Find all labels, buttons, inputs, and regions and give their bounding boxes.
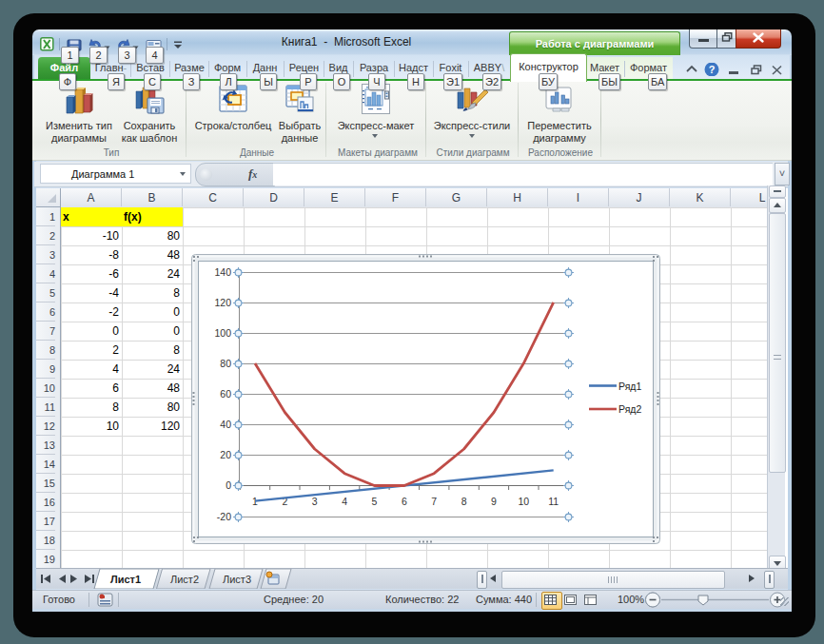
svg-text:10: 10 — [518, 496, 529, 507]
svg-text:9: 9 — [491, 496, 497, 507]
svg-text:3: 3 — [312, 496, 318, 507]
svg-text:Лист2: Лист2 — [170, 574, 199, 585]
svg-text:-20: -20 — [217, 511, 231, 522]
svg-text:?: ? — [709, 64, 716, 75]
svg-text:120: 120 — [214, 297, 231, 308]
svg-text:40: 40 — [220, 419, 231, 430]
svg-text:0: 0 — [226, 479, 231, 491]
svg-text:60: 60 — [220, 388, 231, 400]
svg-text:5: 5 — [372, 496, 378, 507]
svg-text:20: 20 — [220, 449, 231, 460]
svg-text:11: 11 — [548, 496, 559, 507]
svg-text:100: 100 — [214, 327, 231, 339]
svg-text:6: 6 — [402, 496, 407, 507]
svg-text:4: 4 — [342, 496, 347, 507]
svg-text:8: 8 — [461, 496, 467, 507]
svg-text:Ряд2: Ряд2 — [618, 403, 641, 415]
svg-text:7: 7 — [431, 496, 437, 507]
svg-text:Ряд1: Ряд1 — [618, 381, 641, 392]
svg-text:Лист3: Лист3 — [223, 574, 251, 585]
svg-text:Лист1: Лист1 — [110, 574, 141, 585]
svg-text:80: 80 — [220, 358, 231, 369]
svg-text:140: 140 — [214, 266, 231, 278]
